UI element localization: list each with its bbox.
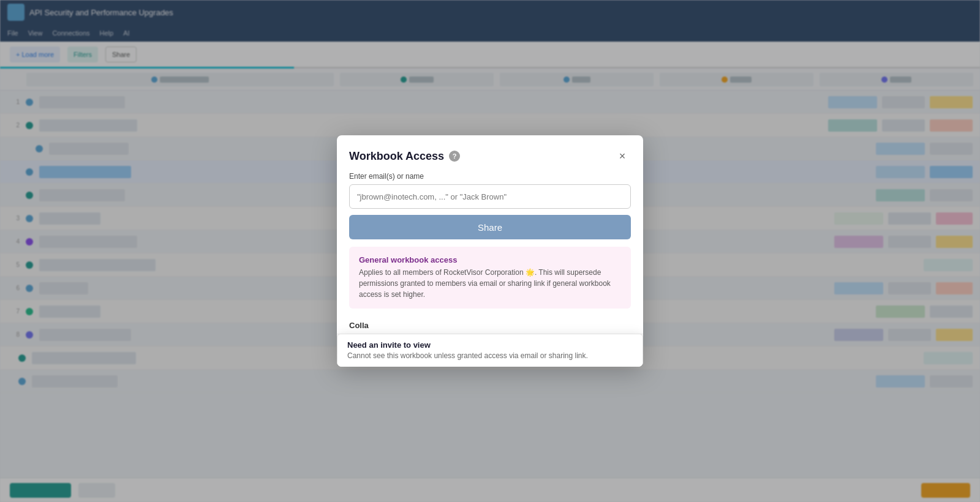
email-input[interactable] [349,184,631,209]
modal-header: Workbook Access ? × [337,135,643,172]
collab-title: Colla [349,318,631,334]
general-access-title: General workbook access [359,255,621,264]
access-dropdown-menu: Need an invite to view Cannot see this w… [337,334,643,367]
general-access-desc: Applies to all members of RocketVisor Co… [359,267,621,300]
collaborators-section: Colla [337,318,643,334]
help-icon[interactable]: ? [449,151,460,162]
modal-title-row: Workbook Access ? [349,150,460,163]
dropdown-item-invite[interactable]: Need an invite to view Cannot see this w… [337,334,643,367]
modal-close-button[interactable]: × [614,148,631,165]
dropdown-item-invite-title: Need an invite to view [347,340,633,350]
general-access-section: General workbook access Applies to all m… [349,247,631,309]
modal-body: Enter email(s) or name Share General wor… [337,172,643,318]
modal-title: Workbook Access [349,150,444,163]
share-button[interactable]: Share [349,215,631,239]
email-label: Enter email(s) or name [349,172,631,181]
dropdown-item-invite-desc: Cannot see this workbook unless granted … [347,351,633,361]
workbook-access-modal: Workbook Access ? × Enter email(s) or na… [337,135,643,367]
